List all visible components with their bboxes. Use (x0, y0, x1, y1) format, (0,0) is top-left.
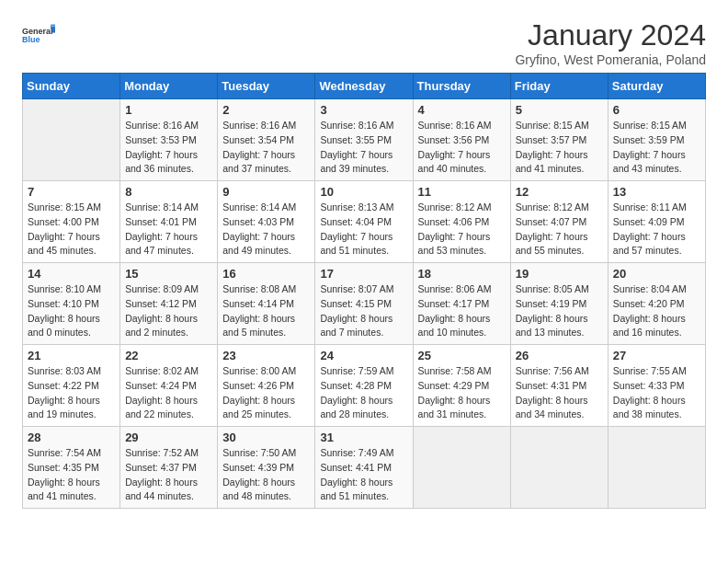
calendar-cell: 9Sunrise: 8:14 AMSunset: 4:03 PMDaylight… (218, 181, 315, 263)
day-info: Sunrise: 8:00 AMSunset: 4:26 PMDaylight:… (222, 364, 310, 422)
day-info: Sunrise: 8:16 AMSunset: 3:55 PMDaylight:… (320, 119, 407, 177)
day-info: Sunrise: 7:54 AMSunset: 4:35 PMDaylight:… (28, 446, 115, 504)
day-number: 4 (418, 103, 506, 117)
day-info: Sunrise: 8:13 AMSunset: 4:04 PMDaylight:… (320, 201, 407, 259)
calendar-cell: 24Sunrise: 7:59 AMSunset: 4:28 PMDayligh… (315, 345, 413, 427)
calendar-cell: 25Sunrise: 7:58 AMSunset: 4:29 PMDayligh… (413, 345, 510, 427)
calendar-cell: 23Sunrise: 8:00 AMSunset: 4:26 PMDayligh… (218, 345, 315, 427)
calendar-table: SundayMondayTuesdayWednesdayThursdayFrid… (22, 73, 706, 509)
calendar-cell: 15Sunrise: 8:09 AMSunset: 4:12 PMDayligh… (120, 263, 218, 345)
day-info: Sunrise: 7:56 AMSunset: 4:31 PMDaylight:… (516, 364, 603, 422)
calendar-cell: 28Sunrise: 7:54 AMSunset: 4:35 PMDayligh… (23, 427, 120, 509)
calendar-cell: 31Sunrise: 7:49 AMSunset: 4:41 PMDayligh… (315, 427, 413, 509)
calendar-cell: 4Sunrise: 8:16 AMSunset: 3:56 PMDaylight… (413, 99, 510, 181)
day-info: Sunrise: 8:10 AMSunset: 4:10 PMDaylight:… (28, 282, 115, 340)
day-header-tuesday: Tuesday (218, 74, 315, 99)
day-info: Sunrise: 8:11 AMSunset: 4:09 PMDaylight:… (613, 201, 700, 259)
calendar-cell: 29Sunrise: 7:52 AMSunset: 4:37 PMDayligh… (120, 427, 218, 509)
day-number: 21 (28, 349, 115, 362)
calendar-week-row: 21Sunrise: 8:03 AMSunset: 4:22 PMDayligh… (23, 345, 706, 427)
day-header-friday: Friday (510, 74, 608, 99)
calendar-cell (510, 427, 608, 509)
day-number: 10 (320, 185, 407, 199)
day-info: Sunrise: 7:55 AMSunset: 4:33 PMDaylight:… (613, 364, 700, 422)
calendar-cell: 19Sunrise: 8:05 AMSunset: 4:19 PMDayligh… (510, 263, 608, 345)
day-info: Sunrise: 8:16 AMSunset: 3:56 PMDaylight:… (418, 119, 506, 177)
day-info: Sunrise: 8:14 AMSunset: 4:01 PMDaylight:… (125, 201, 212, 259)
day-number: 20 (613, 267, 700, 281)
day-info: Sunrise: 8:04 AMSunset: 4:20 PMDaylight:… (613, 282, 700, 340)
calendar-cell (413, 427, 510, 509)
day-info: Sunrise: 7:58 AMSunset: 4:29 PMDaylight:… (418, 364, 506, 422)
calendar-cell: 17Sunrise: 8:07 AMSunset: 4:15 PMDayligh… (315, 263, 413, 345)
day-number: 3 (320, 103, 407, 117)
month-title: January 2024 (515, 18, 706, 52)
day-number: 30 (222, 431, 310, 444)
day-number: 16 (222, 267, 310, 281)
day-info: Sunrise: 8:06 AMSunset: 4:17 PMDaylight:… (418, 282, 506, 340)
day-number: 25 (418, 349, 506, 362)
day-number: 19 (516, 267, 603, 281)
day-number: 22 (125, 349, 212, 362)
calendar-cell: 18Sunrise: 8:06 AMSunset: 4:17 PMDayligh… (413, 263, 510, 345)
day-header-wednesday: Wednesday (315, 74, 413, 99)
calendar-cell: 12Sunrise: 8:12 AMSunset: 4:07 PMDayligh… (510, 181, 608, 263)
day-info: Sunrise: 8:14 AMSunset: 4:03 PMDaylight:… (222, 201, 310, 259)
day-info: Sunrise: 8:15 AMSunset: 4:00 PMDaylight:… (28, 201, 115, 259)
svg-text:Blue: Blue (22, 35, 40, 44)
day-info: Sunrise: 8:15 AMSunset: 3:57 PMDaylight:… (516, 119, 603, 177)
calendar-week-row: 14Sunrise: 8:10 AMSunset: 4:10 PMDayligh… (23, 263, 706, 345)
calendar-cell: 14Sunrise: 8:10 AMSunset: 4:10 PMDayligh… (23, 263, 120, 345)
day-number: 29 (125, 431, 212, 444)
calendar-cell: 11Sunrise: 8:12 AMSunset: 4:06 PMDayligh… (413, 181, 510, 263)
day-number: 26 (516, 349, 603, 362)
calendar-cell (23, 99, 120, 181)
calendar-cell: 13Sunrise: 8:11 AMSunset: 4:09 PMDayligh… (608, 181, 705, 263)
svg-marker-4 (52, 26, 55, 32)
logo-svg: General Blue (22, 18, 55, 52)
day-number: 23 (222, 349, 310, 362)
day-header-sunday: Sunday (23, 74, 120, 99)
calendar-cell: 3Sunrise: 8:16 AMSunset: 3:55 PMDaylight… (315, 99, 413, 181)
day-info: Sunrise: 8:02 AMSunset: 4:24 PMDaylight:… (125, 364, 212, 422)
day-info: Sunrise: 8:05 AMSunset: 4:19 PMDaylight:… (516, 282, 603, 340)
calendar-week-row: 28Sunrise: 7:54 AMSunset: 4:35 PMDayligh… (23, 427, 706, 509)
calendar-cell: 30Sunrise: 7:50 AMSunset: 4:39 PMDayligh… (218, 427, 315, 509)
day-number: 31 (320, 431, 407, 444)
calendar-cell: 8Sunrise: 8:14 AMSunset: 4:01 PMDaylight… (120, 181, 218, 263)
day-info: Sunrise: 8:12 AMSunset: 4:07 PMDaylight:… (516, 201, 603, 259)
day-number: 15 (125, 267, 212, 281)
svg-text:General: General (22, 27, 53, 36)
day-number: 6 (613, 103, 700, 117)
day-number: 17 (320, 267, 407, 281)
day-info: Sunrise: 7:50 AMSunset: 4:39 PMDaylight:… (222, 446, 310, 504)
day-info: Sunrise: 7:52 AMSunset: 4:37 PMDaylight:… (125, 446, 212, 504)
calendar-body: 1Sunrise: 8:16 AMSunset: 3:53 PMDaylight… (23, 99, 706, 509)
calendar-cell: 7Sunrise: 8:15 AMSunset: 4:00 PMDaylight… (23, 181, 120, 263)
calendar-cell: 5Sunrise: 8:15 AMSunset: 3:57 PMDaylight… (510, 99, 608, 181)
subtitle: Gryfino, West Pomerania, Poland (515, 52, 706, 67)
day-number: 24 (320, 349, 407, 362)
calendar-cell: 20Sunrise: 8:04 AMSunset: 4:20 PMDayligh… (608, 263, 705, 345)
day-number: 8 (125, 185, 212, 199)
day-info: Sunrise: 8:09 AMSunset: 4:12 PMDaylight:… (125, 282, 212, 340)
day-number: 5 (516, 103, 603, 117)
day-number: 13 (613, 185, 700, 199)
day-info: Sunrise: 8:12 AMSunset: 4:06 PMDaylight:… (418, 201, 506, 259)
day-info: Sunrise: 7:49 AMSunset: 4:41 PMDaylight:… (320, 446, 407, 504)
day-number: 11 (418, 185, 506, 199)
calendar-cell: 26Sunrise: 7:56 AMSunset: 4:31 PMDayligh… (510, 345, 608, 427)
day-number: 28 (28, 431, 115, 444)
calendar-header-row: SundayMondayTuesdayWednesdayThursdayFrid… (23, 74, 706, 99)
day-number: 12 (516, 185, 603, 199)
calendar-cell: 21Sunrise: 8:03 AMSunset: 4:22 PMDayligh… (23, 345, 120, 427)
calendar-cell: 16Sunrise: 8:08 AMSunset: 4:14 PMDayligh… (218, 263, 315, 345)
day-number: 18 (418, 267, 506, 281)
logo: General Blue (22, 18, 55, 52)
day-header-monday: Monday (120, 74, 218, 99)
day-number: 1 (125, 103, 212, 117)
calendar-cell: 22Sunrise: 8:02 AMSunset: 4:24 PMDayligh… (120, 345, 218, 427)
calendar-cell: 2Sunrise: 8:16 AMSunset: 3:54 PMDaylight… (218, 99, 315, 181)
calendar-week-row: 7Sunrise: 8:15 AMSunset: 4:00 PMDaylight… (23, 181, 706, 263)
day-info: Sunrise: 8:08 AMSunset: 4:14 PMDaylight:… (222, 282, 310, 340)
